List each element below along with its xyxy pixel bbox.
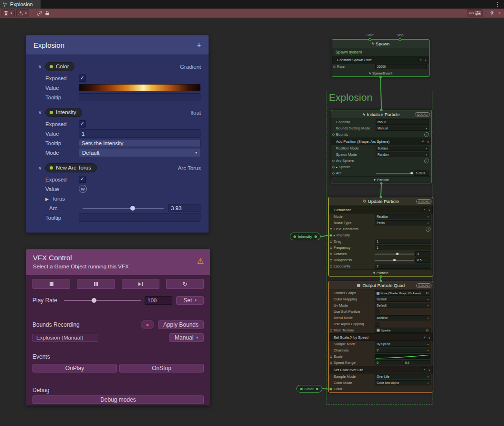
- node-title[interactable]: ϟSpawn: [332, 40, 429, 48]
- input-port-connected[interactable]: [330, 234, 332, 236]
- dropdown[interactable]: Perlin▾: [375, 220, 430, 225]
- node-title[interactable]: ϟInitialize Particle(LOCAL): [331, 110, 431, 119]
- input-port[interactable]: [330, 246, 332, 249]
- range-max-field[interactable]: 0.4: [403, 360, 430, 365]
- slider-value-field[interactable]: 0.5: [415, 257, 430, 263]
- parameter-output-port[interactable]: [315, 235, 317, 238]
- parameter-output-port[interactable]: [316, 388, 318, 390]
- value-input[interactable]: 1: [79, 129, 200, 138]
- slider-handle[interactable]: [393, 259, 396, 261]
- dropdown[interactable]: Manual▾: [376, 126, 429, 131]
- node-update-particle[interactable]: ↻Update Particle(LOCAL)Turbulence✓∨ModeR…: [328, 197, 433, 277]
- block-enabled-checkbox[interactable]: ✓: [422, 367, 427, 372]
- input-port[interactable]: [330, 253, 332, 255]
- input-port[interactable]: [330, 259, 332, 261]
- add-property-button[interactable]: +: [197, 41, 201, 49]
- input-port-connected[interactable]: [330, 388, 332, 390]
- block-header[interactable]: Set Scale.X by Speed✓∨: [329, 333, 433, 341]
- checkbox[interactable]: [375, 322, 379, 327]
- slider-track[interactable]: [375, 260, 414, 261]
- value-field[interactable]: 25000: [375, 64, 427, 69]
- input-port[interactable]: [330, 362, 332, 364]
- property-color[interactable]: ∨ Color Gradient: [37, 62, 202, 71]
- property-intensity[interactable]: ∨ Intensity float: [37, 108, 202, 117]
- dropdown[interactable]: Random▾: [376, 152, 429, 157]
- dropdown[interactable]: Default▾: [375, 297, 430, 302]
- bounds-mode-dropdown[interactable]: Manual ▾: [169, 333, 204, 342]
- restart-button[interactable]: ↻: [166, 279, 204, 289]
- chevron-down-icon[interactable]: ∨: [37, 110, 43, 115]
- property-new-arc-torus[interactable]: ∨ New Arc Torus Arc Torus: [37, 163, 202, 172]
- input-port[interactable]: [330, 240, 332, 243]
- flow-input-port[interactable]: [399, 38, 401, 41]
- arc-value-field[interactable]: 3.93: [168, 204, 200, 212]
- block-enabled-checkbox[interactable]: ✓: [421, 139, 426, 144]
- dropdown[interactable]: Additive▾: [375, 315, 430, 320]
- chevron-down-icon[interactable]: ∨: [427, 140, 429, 143]
- dropdown[interactable]: Default▾: [375, 303, 430, 308]
- node-title[interactable]: ▦Output Particle Quad(LOCAL): [329, 281, 433, 290]
- block-header[interactable]: Turbulence✓∨: [329, 206, 433, 213]
- input-port[interactable]: [330, 228, 332, 230]
- slider[interactable]: [376, 173, 413, 174]
- attached-object-field[interactable]: Explosion (Manual): [32, 334, 98, 342]
- play-rate-slider[interactable]: [64, 300, 141, 301]
- node-title[interactable]: ↻Update Particle(LOCAL): [329, 197, 433, 206]
- onstop-button[interactable]: OnStop: [119, 364, 204, 373]
- arc-slider-handle[interactable]: [130, 206, 135, 211]
- tooltip-input[interactable]: [79, 93, 200, 101]
- input-port[interactable]: [330, 265, 332, 267]
- dropdown[interactable]: Color And Alpha▾: [375, 380, 430, 385]
- exposed-checkbox[interactable]: ✓: [79, 176, 86, 183]
- debug-modes-button[interactable]: Debug modes: [32, 395, 204, 404]
- slider-track[interactable]: [376, 173, 413, 174]
- chevron-down-icon[interactable]: ∨: [37, 165, 43, 170]
- pause-button[interactable]: [77, 279, 115, 289]
- chevron-down-icon[interactable]: ∨: [429, 336, 430, 339]
- input-port[interactable]: [330, 355, 332, 358]
- stop-button[interactable]: [32, 279, 70, 289]
- slider-handle[interactable]: [410, 172, 413, 174]
- slider-value-field[interactable]: 6.2831: [414, 170, 429, 176]
- input-port[interactable]: [332, 133, 335, 136]
- node-initialize-particle[interactable]: ϟInitialize Particle(LOCAL)Capacity65536…: [331, 110, 432, 183]
- world-space-badge[interactable]: W: [79, 185, 87, 193]
- foldout-icon[interactable]: ▸: [334, 234, 335, 237]
- record-bounds-button[interactable]: ●: [141, 320, 154, 329]
- step-button[interactable]: [122, 279, 159, 289]
- input-port[interactable]: [330, 329, 332, 331]
- slider[interactable]: [375, 260, 414, 261]
- gradient-field[interactable]: [79, 84, 200, 91]
- input-port[interactable]: [333, 65, 336, 68]
- range-min-field[interactable]: 0: [375, 360, 402, 365]
- value-field[interactable]: 1: [375, 239, 430, 244]
- dropdown[interactable]: Y▾: [375, 348, 430, 353]
- tooltip-input[interactable]: [79, 213, 200, 222]
- block-header[interactable]: Set Color over Life✓∨: [329, 366, 433, 373]
- parameter-node-intensity[interactable]: Intensity: [290, 233, 321, 240]
- onplay-button[interactable]: OnPlay: [32, 364, 117, 373]
- exposed-checkbox[interactable]: ✓: [79, 75, 86, 82]
- value-field[interactable]: 2: [375, 264, 430, 269]
- curve-field[interactable]: [375, 354, 430, 359]
- arc-slider-track[interactable]: [83, 208, 164, 209]
- block-enabled-checkbox[interactable]: ✓: [419, 57, 423, 62]
- slider-value-field[interactable]: 3: [415, 251, 430, 256]
- mode-dropdown[interactable]: Default ▾: [79, 148, 200, 157]
- chevron-down-icon[interactable]: ∨: [37, 64, 43, 69]
- tooltip-input[interactable]: Sets the intensity: [79, 139, 200, 147]
- flow-input-port[interactable]: [368, 38, 371, 41]
- chevron-down-icon[interactable]: ∨: [425, 58, 427, 62]
- row-torus-foldout[interactable]: ▶Torus: [45, 194, 200, 202]
- set-play-rate-button[interactable]: Set ▾: [176, 296, 204, 305]
- property-pill-new-arc-torus[interactable]: New Arc Torus: [45, 163, 97, 172]
- object-field[interactable]: None (Shader Graph Vfx Asset)⊙: [375, 290, 430, 296]
- dropdown[interactable]: Over Life▾: [375, 374, 430, 379]
- play-rate-value-field[interactable]: 100: [145, 296, 172, 305]
- object-picker-icon[interactable]: ⊙: [426, 291, 429, 295]
- property-pill-color[interactable]: Color: [45, 62, 74, 71]
- dropdown[interactable]: Relative▾: [375, 214, 430, 219]
- slider-track[interactable]: [375, 254, 414, 255]
- value-field[interactable]: 65536: [376, 119, 429, 125]
- slider-handle[interactable]: [396, 253, 399, 255]
